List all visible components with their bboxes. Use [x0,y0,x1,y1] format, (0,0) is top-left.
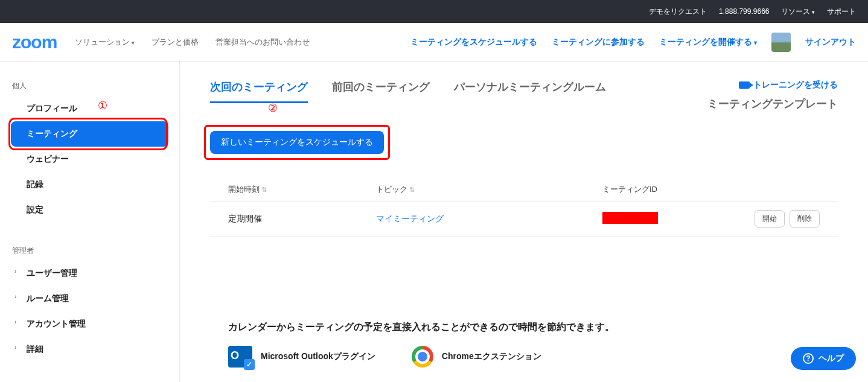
camera-icon [739,81,750,89]
sidebar-item-label: アカウント管理 [27,319,86,328]
sidebar-item-label: 詳細 [27,344,43,354]
tab-previous[interactable]: 前回のミーティング [332,80,430,101]
training-label: トレーニングを受ける [753,80,838,91]
demo-request-link[interactable]: デモをリクエスト [649,7,707,17]
zoom-logo[interactable]: zoom [12,32,57,53]
tab-templates[interactable]: ミーティングテンプレート [707,97,838,111]
topbar: デモをリクエスト 1.888.799.9666 リソース サポート [0,0,868,23]
schedule-meeting-link[interactable]: ミーティングをスケジュールする [410,37,537,48]
table-row: 定期開催 マイミーティング 開始 削除 [210,202,838,237]
training-link[interactable]: トレーニングを受ける [739,80,838,91]
sidebar-item-room-mgmt[interactable]: ›ルーム管理 [0,286,179,311]
schedule-new-meeting-button[interactable]: 新しいミーティングをスケジュールする [210,131,384,154]
sidebar-item-account-mgmt[interactable]: ›アカウント管理 [0,311,179,337]
sidebar: 個人 プロフィール ミーティング ウェビナー 記録 設定 管理者 ›ユーザー管理… [0,62,180,382]
sidebar-item-meeting[interactable]: ミーティング [11,121,168,147]
calendar-section: カレンダーからミーティングの予定を直接入れることができるので時間を節約できます。… [210,321,838,368]
phone-link[interactable]: 1.888.799.9666 [719,7,769,16]
table-header: 開始時刻 トピック ミーティングID [210,178,838,202]
signout-link[interactable]: サインアウト [805,37,856,48]
sidebar-item-settings[interactable]: 設定 [0,197,179,223]
main-content: 次回のミーティング 前回のミーティング パーソナルミーティングルーム トレーニン… [180,62,868,382]
primary-nav: ソリューション プランと価格 営業担当へのお問い合わせ [75,37,310,48]
sidebar-item-profile[interactable]: プロフィール [0,96,179,121]
sidebar-heading-admin: 管理者 [0,241,179,261]
tab-personal-room[interactable]: パーソナルミーティングルーム [454,80,606,101]
nav-solutions[interactable]: ソリューション [75,37,135,48]
outlook-plugin-label: Microsoft Outlookプラグイン [261,351,375,362]
sidebar-item-user-mgmt[interactable]: ›ユーザー管理 [0,261,179,286]
host-meeting-dropdown[interactable]: ミーティングを開催する [659,37,757,48]
sidebar-heading-personal: 個人 [0,76,179,96]
sidebar-item-label: ルーム管理 [27,293,69,303]
header-actions: ミーティングをスケジュールする ミーティングに参加する ミーティングを開催する … [410,33,856,52]
header: zoom ソリューション プランと価格 営業担当へのお問い合わせ ミーティングを… [0,23,868,62]
chrome-extension-label: Chromeエクステンション [442,351,541,362]
outlook-icon [228,346,252,368]
th-start-time[interactable]: 開始時刻 [228,184,376,195]
resources-dropdown[interactable]: リソース [781,7,815,17]
outlook-plugin[interactable]: Microsoft Outlookプラグイン [228,346,375,368]
help-label: ヘルプ [819,353,844,364]
th-meeting-id: ミーティングID [602,184,820,195]
meeting-topic-link[interactable]: マイミーティング [376,214,444,223]
sidebar-item-recording[interactable]: 記録 [0,172,179,197]
nav-contact-sales[interactable]: 営業担当へのお問い合わせ [215,37,310,48]
sidebar-item-label: ユーザー管理 [27,268,77,278]
nav-plans[interactable]: プランと価格 [152,37,199,48]
tab-upcoming[interactable]: 次回のミーティング [210,80,308,103]
meeting-id-redacted [602,212,658,224]
sidebar-item-webinar[interactable]: ウェビナー [0,147,179,172]
sidebar-item-advanced[interactable]: ›詳細 [0,337,179,362]
chrome-extension[interactable]: Chromeエクステンション [412,346,541,368]
join-meeting-link[interactable]: ミーティングに参加する [552,37,645,48]
delete-button[interactable]: 削除 [790,210,820,228]
annotation-circle-2: ② [268,101,278,115]
td-time: 定期開催 [228,214,376,224]
help-icon: ? [803,353,814,364]
support-link[interactable]: サポート [827,7,856,17]
avatar[interactable] [771,33,791,52]
chrome-icon [412,346,433,368]
help-button[interactable]: ? ヘルプ [791,347,856,370]
tabs-row: 次回のミーティング 前回のミーティング パーソナルミーティングルーム トレーニン… [210,80,838,103]
calendar-section-title: カレンダーからミーティングの予定を直接入れることができるので時間を節約できます。 [228,321,820,334]
th-topic[interactable]: トピック [376,184,602,195]
start-button[interactable]: 開始 [755,210,785,228]
